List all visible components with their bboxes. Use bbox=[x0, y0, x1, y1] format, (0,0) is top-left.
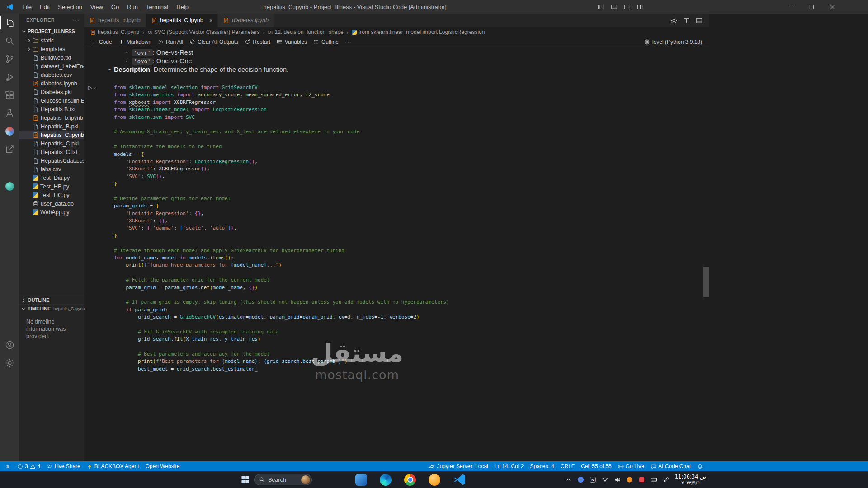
status-go-live[interactable]: Go Live bbox=[615, 461, 647, 471]
status-live-share[interactable]: Live Share bbox=[43, 461, 83, 471]
file-templates[interactable]: templates bbox=[19, 45, 84, 53]
file-hepatitis-c-txt[interactable]: Hepatitis_C.txt bbox=[19, 148, 84, 156]
close-button[interactable] bbox=[822, 0, 843, 14]
file-diabetes-pkl[interactable]: Diabetes.pkl bbox=[19, 88, 84, 96]
activity-browser-extension[interactable] bbox=[0, 122, 19, 140]
file-labs-csv[interactable]: labs.csv bbox=[19, 165, 84, 174]
start-button-icon[interactable] bbox=[241, 475, 250, 484]
taskbar-clock[interactable]: 11:06:34 ص ٢٠٢٣/٩/٤ bbox=[675, 474, 706, 486]
tray-keyboard-icon[interactable] bbox=[651, 476, 657, 483]
kernel-picker[interactable]: level (Python 3.9.18) bbox=[644, 39, 702, 45]
customize-layout-icon[interactable] bbox=[637, 4, 644, 10]
file-hepatitis-c-pkl[interactable]: Hepatitis_C.pkl bbox=[19, 139, 84, 148]
file-hepatitis-b-pkl[interactable]: Hepatitis_B.pkl bbox=[19, 122, 84, 131]
file-hepatitis-c-ipynb[interactable]: hepatitis_C.ipynb bbox=[19, 131, 84, 139]
tray-chat-icon[interactable] bbox=[577, 476, 584, 483]
taskbar-app-orange-app[interactable] bbox=[429, 474, 440, 486]
file-dataset-labelenc-[interactable]: dataset_LabelEnc... bbox=[19, 62, 84, 70]
file-test-dia-py[interactable]: Test_Dia.py bbox=[19, 174, 84, 182]
taskbar-app-edge[interactable] bbox=[380, 474, 392, 486]
breadcrumb-item[interactable]: M↓12. decision_function_shape bbox=[268, 29, 344, 35]
breadcrumb-item[interactable]: hepatitis_C.ipynb bbox=[90, 29, 139, 35]
activity-testing[interactable] bbox=[0, 104, 19, 122]
toolbar-clear-all-outputs[interactable]: Clear All Outputs bbox=[186, 37, 241, 47]
tray-wifi-icon[interactable] bbox=[602, 476, 609, 483]
activity-share[interactable] bbox=[0, 140, 19, 158]
file-diabetes-csv[interactable]: diabetes.csv bbox=[19, 70, 84, 79]
status-open-website[interactable]: Open Website bbox=[142, 461, 183, 471]
tab-diabetes-ipynb[interactable]: diabetes.ipynb bbox=[218, 14, 274, 27]
tray-orange-app-icon[interactable] bbox=[626, 476, 633, 483]
chevron-down-icon[interactable] bbox=[93, 86, 97, 90]
file-user-data-db[interactable]: user_data.db bbox=[19, 199, 84, 208]
status-jupyter-server[interactable]: Jupyter Server: Local bbox=[426, 461, 491, 471]
toolbar-outline[interactable]: Outline bbox=[310, 37, 342, 47]
toolbar-restart[interactable]: Restart bbox=[241, 37, 274, 47]
taskbar-app-blue-app[interactable] bbox=[355, 474, 367, 486]
toolbar-variables[interactable]: Variables bbox=[274, 37, 310, 47]
file-hepatitis-b-ipynb[interactable]: hepatitis_b.ipynb bbox=[19, 113, 84, 122]
maximize-button[interactable] bbox=[801, 0, 822, 14]
activity-run-debug[interactable] bbox=[0, 68, 19, 86]
menu-view[interactable]: View bbox=[86, 0, 107, 14]
toggle-secondary-sidebar-icon[interactable] bbox=[624, 4, 631, 10]
status-blackbox-agent[interactable]: BLACKBOX Agent bbox=[84, 461, 142, 471]
file-webapp-py[interactable]: WebApp.py bbox=[19, 208, 84, 216]
markdown-cell[interactable]: ◦'ovr': One-vs-Rest◦'ovo': One-vs-One•De… bbox=[84, 47, 709, 74]
file-buildweb-txt[interactable]: Buildweb.txt bbox=[19, 53, 84, 62]
taskbar-app-vscode[interactable] bbox=[453, 473, 466, 486]
activity-extensions[interactable] bbox=[0, 86, 19, 104]
toolbar-run-all[interactable]: Run All bbox=[155, 37, 186, 47]
tray-notion-icon[interactable]: N bbox=[590, 476, 596, 483]
activity-explorer[interactable] bbox=[0, 14, 19, 32]
activity-search[interactable] bbox=[0, 32, 19, 50]
status-remote-indicator[interactable] bbox=[2, 461, 14, 471]
file-diabetes-ipynb[interactable]: diabetes.ipynb bbox=[19, 79, 84, 88]
menu-run[interactable]: Run bbox=[123, 0, 142, 14]
toggle-panel-layout-icon[interactable] bbox=[696, 17, 703, 24]
toggle-panel-icon[interactable] bbox=[611, 4, 618, 10]
tray-hidden-icons-icon[interactable] bbox=[565, 476, 572, 483]
close-tab-icon[interactable]: × bbox=[209, 17, 213, 24]
outline-section-header[interactable]: OUTLINE bbox=[19, 296, 84, 304]
tab-hepatitis-b-ipynb[interactable]: hepatitis_b.ipynb bbox=[84, 14, 146, 27]
file-hepatitis-b-txt[interactable]: Hepatitis B.txt bbox=[19, 105, 84, 113]
status-notifications[interactable] bbox=[694, 461, 706, 471]
run-cell-button[interactable]: ▷ bbox=[88, 84, 92, 91]
minimize-button[interactable] bbox=[780, 0, 801, 14]
toggle-primary-sidebar-icon[interactable] bbox=[598, 4, 604, 10]
explorer-more-actions-icon[interactable]: ··· bbox=[73, 17, 80, 23]
tray-pen-icon[interactable] bbox=[663, 476, 670, 483]
menu-file[interactable]: File bbox=[18, 0, 36, 14]
timeline-section-header[interactable]: TIMELINE hepatitis_C.ipynb bbox=[19, 304, 84, 313]
tray-red-app-icon[interactable] bbox=[638, 476, 645, 483]
file-glucose-insulin-b-[interactable]: Glucose Insulin B... bbox=[19, 96, 84, 105]
menu-help[interactable]: Help bbox=[172, 0, 193, 14]
taskbar-search[interactable]: Search bbox=[254, 474, 312, 485]
menu-go[interactable]: Go bbox=[107, 0, 123, 14]
menu-terminal[interactable]: Terminal bbox=[142, 0, 172, 14]
menu-edit[interactable]: Edit bbox=[36, 0, 54, 14]
activity-accounts[interactable] bbox=[0, 336, 19, 354]
toolbar-more-actions[interactable]: ··· bbox=[342, 37, 355, 47]
status-eol[interactable]: CRLF bbox=[557, 461, 578, 471]
file-test-hc-py[interactable]: Test_HC.py bbox=[19, 191, 84, 199]
file-hepatitiscdata-csv[interactable]: HepatitisCdata.csv bbox=[19, 156, 84, 165]
editor-scrollbar[interactable] bbox=[703, 267, 709, 297]
status-indentation[interactable]: Spaces: 4 bbox=[527, 461, 557, 471]
editor-settings-icon[interactable] bbox=[670, 17, 677, 24]
file-static[interactable]: static bbox=[19, 36, 84, 45]
status-cell-indicator[interactable]: Cell 55 of 55 bbox=[578, 461, 614, 471]
project-root-folder[interactable]: PROJECT_ILLNESS bbox=[19, 26, 84, 36]
tab-hepatitis-c-ipynb[interactable]: hepatitis_C.ipynb× bbox=[146, 14, 218, 27]
status-ai-code-chat[interactable]: AI Code Chat bbox=[647, 461, 694, 471]
split-editor-icon[interactable] bbox=[683, 17, 690, 24]
activity-python-env-extension[interactable] bbox=[0, 177, 19, 195]
toolbar-markdown[interactable]: Markdown bbox=[115, 37, 155, 47]
code-editor[interactable]: from sklearn.model_selection import Grid… bbox=[114, 84, 703, 373]
file-test-hb-py[interactable]: Test_HB.py bbox=[19, 182, 84, 191]
taskbar-app-chrome[interactable] bbox=[404, 474, 416, 486]
activity-settings[interactable] bbox=[0, 354, 19, 372]
tray-volume-icon[interactable] bbox=[614, 476, 621, 483]
breadcrumb-item[interactable]: M↓SVC (Support Vector Classifier) Parame… bbox=[147, 29, 259, 35]
